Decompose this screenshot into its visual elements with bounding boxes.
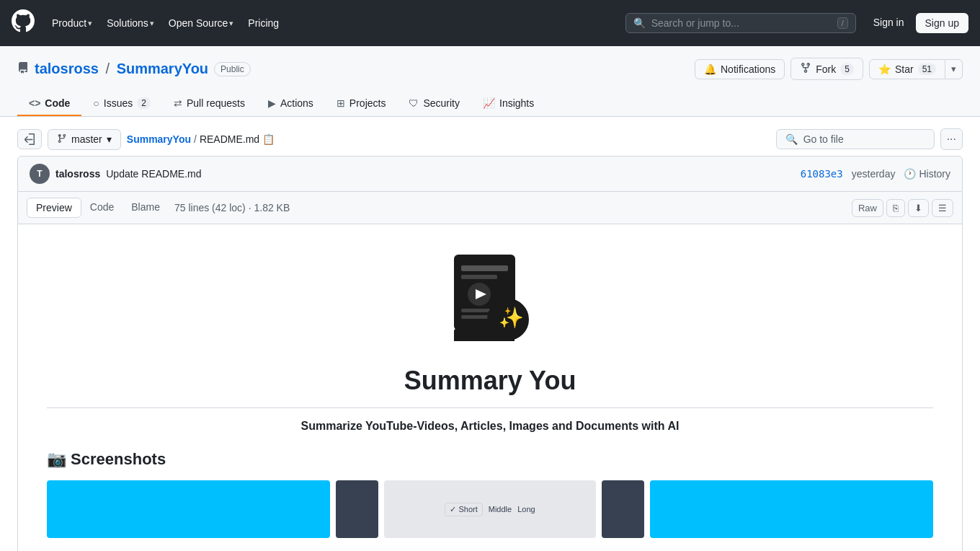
readme-title: Summary You: [404, 366, 576, 396]
search-box[interactable]: 🔍 Search or jump to... /: [625, 13, 856, 33]
branch-selector[interactable]: master ▾: [48, 129, 121, 150]
shield-icon: 🛡: [409, 97, 419, 109]
screenshot-1: [47, 480, 330, 538]
tab-projects[interactable]: ⊞ Projects: [325, 92, 398, 116]
search-icon: 🔍: [785, 133, 798, 145]
history-icon: 🕐: [904, 168, 916, 180]
sidebar-toggle-button[interactable]: [17, 129, 42, 149]
file-header-left: Preview Code Blame 75 lines (42 loc) · 1…: [27, 198, 290, 218]
repo-title-row: talosross / SummaryYou Public 🔔 Notifica…: [17, 58, 963, 92]
commit-info-left: T talosross Update README.md: [30, 164, 202, 184]
nav-solutions[interactable]: Solutions ▾: [101, 13, 160, 33]
pull-request-icon: ⇄: [174, 97, 182, 109]
github-logo-icon: [12, 9, 35, 37]
tab-pull-requests[interactable]: ⇄ Pull requests: [162, 92, 257, 116]
chevron-down-icon: ▾: [229, 19, 233, 28]
history-link[interactable]: 🕐 History: [904, 168, 950, 180]
readme-divider: [47, 407, 933, 408]
content-area: master ▾ SummaryYou / README.md 📋 🔍 Go t…: [0, 117, 980, 551]
breadcrumb-file: README.md: [200, 133, 259, 145]
file-header-right: Raw ⎘ ⬇ ☰: [852, 199, 953, 217]
nav-open-source[interactable]: Open Source ▾: [163, 13, 240, 33]
signup-button[interactable]: Sign up: [916, 13, 968, 33]
lines-icon: ☰: [938, 203, 947, 213]
commit-hash[interactable]: 61083e3: [801, 168, 843, 180]
chevron-down-icon: ▾: [88, 19, 92, 28]
search-placeholder: Search or jump to...: [651, 17, 832, 29]
file-tab-preview[interactable]: Preview: [27, 198, 81, 218]
svg-rect-3: [461, 275, 497, 279]
star-button-group: ⭐ Star 51 ▾: [869, 59, 963, 79]
fork-button[interactable]: Fork 5: [790, 58, 863, 80]
chevron-down-icon: ▾: [150, 19, 154, 28]
projects-icon: ⊞: [337, 97, 345, 109]
copy-icon: ⎘: [893, 203, 899, 213]
download-icon: ⬇: [914, 203, 922, 213]
file-tabs: Preview Code Blame: [27, 198, 169, 218]
repo-tabs: <> Code ○ Issues 2 ⇄ Pull requests ▶ Act…: [17, 92, 963, 116]
screenshots-heading: 📷 Screenshots: [47, 450, 166, 469]
navigation: Product ▾ Solutions ▾ Open Source ▾ Pric…: [0, 0, 980, 46]
repo-name[interactable]: SummaryYou: [117, 61, 208, 76]
nav-product[interactable]: Product ▾: [46, 13, 98, 33]
star-icon: ⭐: [878, 63, 891, 75]
bell-icon: 🔔: [704, 63, 716, 75]
raw-button[interactable]: Raw: [852, 199, 883, 217]
tab-actions[interactable]: ▶ Actions: [257, 92, 325, 116]
screenshots-row: ✓ Short Middle Long: [47, 480, 933, 538]
commit-row: T talosross Update README.md 61083e3 yes…: [17, 156, 963, 192]
chevron-down-icon: ▾: [107, 133, 112, 145]
file-meta: 75 lines (42 loc) · 1.82 KB: [174, 202, 290, 213]
notifications-button[interactable]: 🔔 Notifications: [695, 59, 785, 79]
issues-icon: ○: [93, 97, 99, 109]
commit-message: Update README.md: [106, 168, 201, 180]
tab-issues[interactable]: ○ Issues 2: [81, 92, 162, 116]
download-button[interactable]: ⬇: [908, 199, 929, 217]
repo-actions: 🔔 Notifications Fork 5 ⭐ Star 51 ▾: [695, 58, 963, 80]
repo-owner[interactable]: talosross: [35, 61, 99, 76]
auth-buttons: Sign in Sign up: [868, 13, 968, 33]
file-viewer: Preview Code Blame 75 lines (42 loc) · 1…: [17, 192, 963, 551]
repo-title-left: talosross / SummaryYou Public: [17, 61, 251, 77]
branch-icon: [57, 133, 67, 146]
repo-icon: [17, 62, 29, 76]
tab-security[interactable]: 🛡 Security: [397, 92, 471, 116]
nav-pricing[interactable]: Pricing: [242, 13, 285, 33]
readme-content: ✨ Summary You Summarize YouTube-Videos, …: [18, 224, 962, 551]
visibility-badge: Public: [214, 62, 251, 76]
nav-links: Product ▾ Solutions ▾ Open Source ▾ Pric…: [46, 13, 285, 33]
file-breadcrumb: SummaryYou / README.md 📋: [127, 133, 275, 145]
file-viewer-header: Preview Code Blame 75 lines (42 loc) · 1…: [18, 192, 962, 224]
svg-text:✨: ✨: [499, 306, 524, 330]
tab-code[interactable]: <> Code: [17, 92, 81, 116]
file-tab-blame[interactable]: Blame: [122, 198, 169, 218]
svg-rect-2: [461, 265, 508, 271]
repo-header: talosross / SummaryYou Public 🔔 Notifica…: [0, 46, 980, 117]
commit-author[interactable]: talosross: [55, 168, 100, 180]
file-tab-code[interactable]: Code: [81, 198, 122, 218]
breadcrumb-repo[interactable]: SummaryYou: [127, 133, 191, 145]
screenshot-4: [602, 480, 644, 538]
avatar: T: [30, 164, 50, 184]
lines-button[interactable]: ☰: [932, 199, 953, 217]
search-shortcut: /: [837, 17, 848, 29]
code-icon: <>: [29, 97, 40, 109]
signin-button[interactable]: Sign in: [868, 13, 910, 33]
commit-info-right: 61083e3 yesterday 🕐 History: [801, 168, 950, 180]
insights-icon: 📈: [483, 97, 495, 109]
screenshot-3: ✓ Short Middle Long: [384, 480, 597, 538]
actions-icon: ▶: [268, 97, 276, 109]
screenshot-2: [336, 480, 378, 538]
star-button[interactable]: ⭐ Star 51: [869, 59, 945, 79]
screenshot-5: [650, 480, 933, 538]
star-dropdown-button[interactable]: ▾: [945, 59, 963, 79]
readme-subtitle: Summarize YouTube-Videos, Articles, Imag…: [301, 420, 680, 433]
copy-path-button[interactable]: 📋: [262, 133, 275, 145]
tab-insights[interactable]: 📈 Insights: [471, 92, 545, 116]
project-logo: ✨: [440, 247, 540, 348]
breadcrumb: talosross / SummaryYou: [35, 61, 208, 77]
commit-time: yesterday: [852, 168, 896, 180]
copy-raw-button[interactable]: ⎘: [886, 199, 905, 217]
go-to-file-input[interactable]: 🔍 Go to file: [776, 129, 935, 149]
more-options-button[interactable]: ···: [940, 128, 963, 150]
